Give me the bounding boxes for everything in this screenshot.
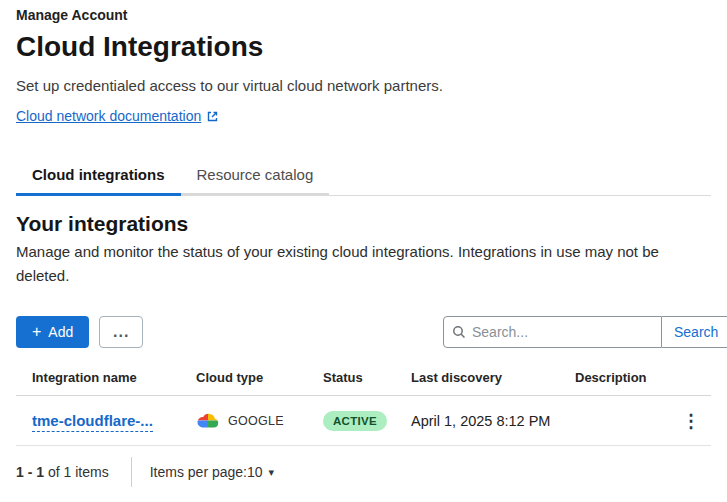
add-button-label: Add [48,324,73,340]
tab-cloud-integrations[interactable]: Cloud integrations [16,155,181,196]
section-description: Manage and monitor the status of your ex… [16,240,711,288]
external-link-icon [206,110,219,123]
search-group: Search [443,316,711,348]
cloud-type-label: GOOGLE [228,414,284,428]
items-range: 1 - 1 [16,464,44,480]
breadcrumb: Manage Account [16,7,711,23]
integration-name-link[interactable]: tme-cloudflare-... [16,412,180,429]
plus-icon: + [32,324,41,340]
page-title: Cloud Integrations [16,31,711,63]
overflow-icon: ... [113,323,129,340]
status-cell: ACTIVE [307,411,395,431]
search-icon [452,325,466,339]
per-page-label: Items per page: [150,464,247,480]
col-status: Status [307,370,395,385]
status-badge: ACTIVE [323,411,387,431]
footer-divider [131,457,132,487]
per-page-value: 10 [247,464,263,480]
section-title: Your integrations [16,212,711,236]
pagination-bar: 1 - 1 of 1 items Items per page: 10 ▾ [16,450,711,494]
search-input[interactable] [472,324,653,340]
row-kebab-menu[interactable]: ⋮ [671,410,711,432]
integrations-table: Integration name Cloud type Status Last … [16,364,711,446]
add-button[interactable]: + Add [16,316,89,348]
search-button[interactable]: Search [662,316,727,348]
page-subtitle: Set up credentialed access to our virtua… [16,77,711,94]
overflow-menu-button[interactable]: ... [99,316,143,348]
cloud-type-cell: GOOGLE [180,411,307,430]
doc-link-label: Cloud network documentation [16,108,201,124]
kebab-icon: ⋮ [682,410,700,432]
tab-resource-catalog[interactable]: Resource catalog [181,155,330,196]
cloud-docs-link[interactable]: Cloud network documentation [16,108,219,124]
col-last-discovery: Last discovery [395,370,559,385]
search-box [443,316,662,348]
toolbar-left: + Add ... [16,316,143,348]
col-description: Description [559,370,671,385]
caret-down-icon: ▾ [269,466,275,479]
table-row: tme-cloudflare-... GOOG [16,396,711,446]
items-range-suffix: of 1 items [48,464,109,480]
cloud-integrations-page: Manage Account Cloud Integrations Set up… [0,7,727,494]
tab-bar: Cloud integrations Resource catalog [16,155,711,196]
col-integration-name: Integration name [16,370,180,385]
google-cloud-icon [196,411,220,430]
per-page-select[interactable]: 10 ▾ [247,464,274,480]
last-discovery-cell: April 1, 2025 8:12 PM [395,413,559,429]
col-cloud-type: Cloud type [180,370,307,385]
table-header: Integration name Cloud type Status Last … [16,364,711,396]
toolbar: + Add ... Search [16,316,711,348]
